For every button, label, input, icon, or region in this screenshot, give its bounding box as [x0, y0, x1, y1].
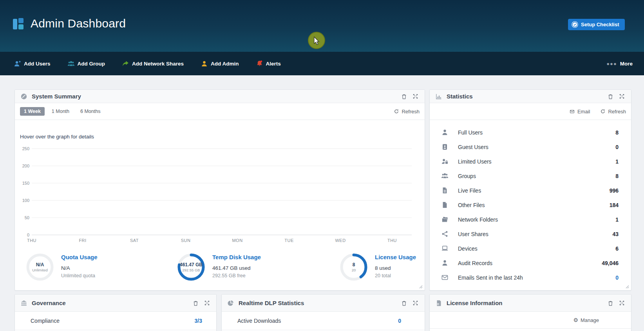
remove-widget-icon[interactable]	[608, 93, 613, 100]
nav-item-add-users[interactable]: Add Users	[14, 60, 51, 67]
statistics-list: Full Users8Guest Users0Limited Users1Gro…	[430, 120, 631, 285]
id-badge-icon	[440, 143, 449, 151]
file-lines-icon	[440, 187, 449, 194]
stat-value: 8	[615, 129, 619, 136]
move-widget-icon[interactable]	[619, 93, 625, 99]
stat-row-network-folders: Network Folders1	[430, 212, 631, 227]
ellipsis-icon: ●●●	[606, 61, 617, 67]
license-title: License Information	[447, 300, 503, 306]
gauge-ring: 461.47 GB292.55 GB	[176, 252, 206, 282]
gauge-license-usage: 820License Usage8 used20 total	[339, 252, 416, 282]
refresh-icon	[600, 109, 606, 114]
stat-value: 49,046	[602, 260, 619, 266]
admin-user-icon	[201, 60, 208, 67]
move-widget-icon[interactable]	[204, 300, 210, 306]
nav-items: Add UsersAdd GroupAdd Network SharesAdd …	[0, 60, 281, 67]
gauge-title-link[interactable]: Quota Usage	[61, 254, 98, 260]
alert-bell-icon	[256, 60, 263, 67]
gauge-quota-usage: N/AUnlimitedQuota UsageN/AUnlimited quot…	[25, 252, 98, 282]
system-summary-header: System Summary	[15, 90, 425, 103]
quick-actions-nav: Add UsersAdd GroupAdd Network SharesAdd …	[0, 52, 644, 75]
active-downloads-row: Active Downloads 0	[222, 312, 425, 330]
stat-value: 43	[612, 231, 619, 237]
manage-license-button[interactable]: ⚙ Manage	[573, 317, 599, 323]
admin-dashboard-page: Admin Dashboard Setup Checklist Add User…	[0, 0, 644, 331]
nav-item-alerts[interactable]: Alerts	[256, 60, 281, 67]
user-icon	[440, 129, 449, 136]
share-nodes-icon	[440, 230, 449, 238]
nav-item-add-admin[interactable]: Add Admin	[201, 60, 239, 67]
gauge-ring: N/AUnlimited	[25, 252, 55, 282]
envelope-icon	[440, 274, 449, 281]
check-circle-icon	[572, 21, 578, 28]
dlp-header: Realtime DLP Statistics	[222, 295, 425, 312]
statistics-refresh-button[interactable]: Refresh	[600, 109, 626, 115]
compliance-row[interactable]: Compliance 3/3	[15, 312, 216, 330]
remove-widget-icon[interactable]	[401, 93, 407, 100]
tab-6-months[interactable]: 6 Months	[76, 107, 104, 116]
svg-text:150: 150	[22, 181, 29, 186]
license-toolbar: ⚙ Manage	[430, 312, 631, 329]
gear-icon: ⚙	[573, 317, 578, 323]
stat-value: 6	[615, 246, 619, 252]
chart-hint: Hover over the graph for details	[20, 134, 94, 140]
pie-chart-icon	[227, 300, 234, 307]
move-widget-icon[interactable]	[412, 300, 418, 306]
tab-1-week[interactable]: 1 Week	[20, 107, 45, 116]
compliance-value[interactable]: 3/3	[195, 318, 202, 324]
resize-grip-icon[interactable]	[419, 285, 423, 289]
resize-grip-icon[interactable]	[626, 285, 629, 289]
email-stats-button[interactable]: Email	[569, 109, 590, 115]
stat-row-user-shares: User Shares43	[430, 227, 631, 241]
bank-icon	[20, 300, 27, 307]
stat-row-live-files: Live Files996	[430, 183, 631, 198]
svg-text:SUN: SUN	[181, 238, 191, 243]
stat-value: 0	[615, 144, 619, 150]
gauge-title-link[interactable]: Temp Disk Usage	[212, 254, 261, 260]
remove-widget-icon[interactable]	[608, 300, 613, 306]
period-tabs: 1 Week1 Month6 Months	[20, 107, 104, 116]
tab-1-month[interactable]: 1 Month	[48, 107, 73, 116]
nav-more-button[interactable]: ●●● More	[606, 52, 633, 75]
move-widget-icon[interactable]	[619, 300, 625, 306]
stat-row-groups: Groups8	[430, 169, 631, 183]
users-icon	[440, 172, 449, 180]
stat-value: 0	[615, 275, 619, 281]
stat-row-guest-users: Guest Users0	[430, 140, 631, 154]
svg-text:THU: THU	[387, 238, 397, 243]
active-downloads-value: 0	[398, 318, 401, 324]
governance-title: Governance	[32, 300, 66, 306]
stat-value: 184	[610, 202, 619, 208]
gauge-title-link[interactable]: License Usage	[375, 254, 416, 260]
governance-header: Governance	[15, 295, 216, 312]
move-widget-icon[interactable]	[412, 93, 418, 99]
remove-widget-icon[interactable]	[401, 300, 407, 306]
envelope-icon	[569, 109, 575, 114]
svg-text:50: 50	[25, 215, 29, 220]
nav-item-add-group[interactable]: Add Group	[67, 60, 105, 67]
statistics-header: Statistics	[430, 90, 631, 103]
folders-icon	[440, 216, 449, 223]
usage-line-chart[interactable]: 050100150200250THUFRISATSUNMONTUEWEDTHU	[15, 141, 425, 247]
app-header: Admin Dashboard Setup Checklist	[0, 0, 644, 52]
stat-row-audit-records: Audit Records49,046	[430, 256, 631, 270]
svg-text:SAT: SAT	[130, 238, 139, 243]
system-summary-title: System Summary	[32, 93, 81, 100]
license-panel: License Information ⚙ Manage	[429, 294, 631, 331]
user-icon	[440, 259, 449, 267]
share-arrow-icon	[122, 60, 129, 67]
refresh-icon	[394, 109, 399, 114]
remove-widget-icon[interactable]	[193, 300, 199, 306]
svg-text:THU: THU	[27, 238, 36, 243]
setup-checklist-button[interactable]: Setup Checklist	[568, 19, 625, 30]
svg-text:250: 250	[22, 146, 29, 151]
summary-refresh-button[interactable]: Refresh	[394, 109, 420, 115]
nav-item-add-network-shares[interactable]: Add Network Shares	[122, 60, 184, 67]
bar-chart-icon	[435, 93, 442, 100]
dlp-title: Realtime DLP Statistics	[239, 300, 304, 306]
stat-row-devices: Devices6	[430, 241, 631, 256]
app-logo-icon	[13, 18, 25, 30]
certificate-icon	[435, 300, 442, 307]
user-lock-icon	[440, 158, 449, 165]
gauge-temp-disk-usage: 461.47 GB292.55 GBTemp Disk Usage461.47 …	[176, 252, 261, 282]
